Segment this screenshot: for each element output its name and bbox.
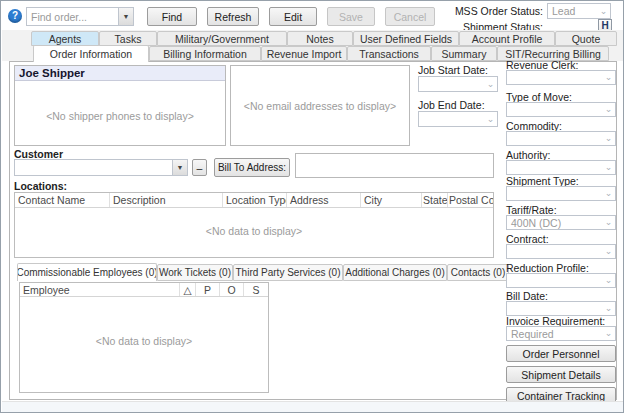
chevron-down-icon: ⌄	[602, 105, 615, 114]
chevron-down-icon: ⌄	[597, 7, 610, 16]
shipper-phones-panel: Joe Shipper <No shipper phones to displa…	[14, 65, 226, 146]
invoice-requirement-select[interactable]: Required ⌄	[506, 326, 616, 341]
sort-ascending-icon[interactable]: △	[180, 283, 196, 296]
customer-browse-button[interactable]: –	[192, 159, 207, 176]
order-personnel-button[interactable]: Order Personnel	[506, 345, 616, 362]
find-order-placeholder: Find order...	[27, 11, 118, 23]
locations-label: Locations:	[14, 180, 67, 192]
locations-grid-header: Contact Name Description Location Type A…	[15, 193, 493, 208]
tab-revenue-import[interactable]: Revenue Import	[261, 46, 347, 61]
subtab-additional-charges[interactable]: Additional Charges (0)	[343, 264, 447, 281]
email-empty-text: <No email addresses to display>	[231, 100, 409, 112]
locations-grid: Contact Name Description Location Type A…	[14, 192, 494, 258]
chevron-down-icon: ⌄	[602, 329, 615, 338]
chevron-down-icon: ⌄	[602, 189, 615, 198]
subtab-contacts[interactable]: Contacts (0)	[447, 264, 509, 281]
application-window: ? Find order... ▼ Find Refresh Edit Save…	[0, 0, 624, 413]
edit-button[interactable]: Edit	[269, 7, 317, 26]
tab-military-government[interactable]: Military/Government	[157, 31, 287, 46]
chevron-down-icon: ⌄	[602, 73, 615, 82]
chevron-down-icon: ⌄	[602, 304, 615, 313]
column-header-contact-name[interactable]: Contact Name	[15, 193, 110, 207]
bill-date-select[interactable]: ⌄	[506, 301, 616, 316]
employees-grid-header: Employee △ P O S	[20, 283, 268, 297]
refresh-button[interactable]: Refresh	[207, 7, 259, 26]
job-end-date-select[interactable]: ⌄	[418, 111, 498, 127]
dropdown-arrow-icon[interactable]: ▼	[172, 160, 187, 175]
tab-quote[interactable]: Quote	[555, 31, 617, 46]
shipper-name: Joe Shipper	[15, 66, 225, 81]
shipment-details-button[interactable]: Shipment Details	[506, 366, 616, 383]
contract-select[interactable]: ⌄	[506, 244, 616, 259]
job-end-date-label: Job End Date:	[418, 99, 485, 111]
locations-empty-text: <No data to display>	[15, 225, 493, 237]
column-header-location-type[interactable]: Location Type	[223, 193, 287, 207]
column-header-o[interactable]: O	[220, 283, 244, 296]
window-bottom-frame	[2, 401, 624, 413]
column-header-address[interactable]: Address	[287, 193, 361, 207]
shipper-phones-empty-text: <No shipper phones to display>	[15, 110, 225, 122]
tab-account-profile[interactable]: Account Profile	[459, 31, 555, 46]
mss-order-status-select[interactable]: Lead ⌄	[547, 3, 611, 19]
column-header-state[interactable]: State	[422, 193, 448, 207]
chevron-down-icon: ⌄	[484, 80, 497, 89]
employees-grid: Employee △ P O S <No data to display>	[19, 282, 269, 393]
commodity-select[interactable]: ⌄	[506, 131, 616, 146]
type-of-move-select[interactable]: ⌄	[506, 102, 616, 117]
tab-agents[interactable]: Agents	[31, 31, 99, 46]
bill-to-address-field[interactable]	[295, 153, 494, 178]
dropdown-arrow-icon[interactable]: ▼	[118, 8, 133, 25]
mss-order-status-label: MSS Order Status:	[401, 5, 543, 17]
column-header-p[interactable]: P	[196, 283, 220, 296]
column-header-employee[interactable]: Employee	[20, 283, 180, 296]
authority-select[interactable]: ⌄	[506, 160, 616, 175]
column-header-description[interactable]: Description	[110, 193, 223, 207]
column-header-postal-code[interactable]: Postal Code	[448, 193, 493, 207]
column-header-s[interactable]: S	[244, 283, 268, 296]
tab-tasks[interactable]: Tasks	[99, 31, 157, 46]
chevron-down-icon: ⌄	[484, 115, 497, 124]
chevron-down-icon: ⌄	[602, 134, 615, 143]
chevron-down-icon: ⌄	[602, 163, 615, 172]
job-start-date-label: Job Start Date:	[418, 64, 488, 76]
chevron-down-icon: ⌄	[602, 276, 615, 285]
help-icon[interactable]: ?	[8, 9, 22, 23]
column-header-city[interactable]: City	[361, 193, 422, 207]
subtab-commissionable-employees[interactable]: Commissionable Employees (0)	[17, 263, 157, 281]
find-order-combobox[interactable]: Find order... ▼	[26, 7, 134, 26]
tariff-rate-select[interactable]: 400N (DC) ⌄	[506, 215, 616, 230]
customer-combobox[interactable]: ▼	[14, 159, 188, 176]
tariff-rate-value: 400N (DC)	[507, 217, 602, 229]
save-button: Save	[327, 7, 375, 26]
job-start-date-select[interactable]: ⌄	[418, 76, 498, 92]
subtab-third-party-services[interactable]: Third Party Services (0)	[233, 264, 343, 281]
employees-empty-text: <No data to display>	[20, 335, 268, 347]
mss-order-status-value: Lead	[548, 5, 597, 17]
subtab-work-tickets[interactable]: Work Tickets (0)	[157, 264, 233, 281]
chevron-down-icon: ⌄	[602, 247, 615, 256]
reduction-profile-select[interactable]: ⌄	[506, 273, 616, 288]
find-button[interactable]: Find	[147, 7, 197, 26]
bill-to-address-button[interactable]: Bill To Address:	[214, 158, 290, 177]
tab-summary[interactable]: Summary	[431, 46, 497, 61]
tab-transactions[interactable]: Transactions	[347, 46, 431, 61]
invoice-requirement-value: Required	[507, 328, 602, 340]
tab-order-information[interactable]: Order Information	[33, 45, 149, 62]
chevron-down-icon: ⌄	[602, 218, 615, 227]
tab-notes[interactable]: Notes	[287, 31, 353, 46]
tab-billing-information[interactable]: Billing Information	[149, 46, 261, 61]
revenue-clerk-select[interactable]: ⌄	[506, 70, 616, 85]
tab-user-defined-fields[interactable]: User Defined Fields	[353, 31, 459, 46]
shipment-type-select[interactable]: ⌄	[506, 186, 616, 201]
email-addresses-panel: <No email addresses to display>	[230, 65, 410, 146]
